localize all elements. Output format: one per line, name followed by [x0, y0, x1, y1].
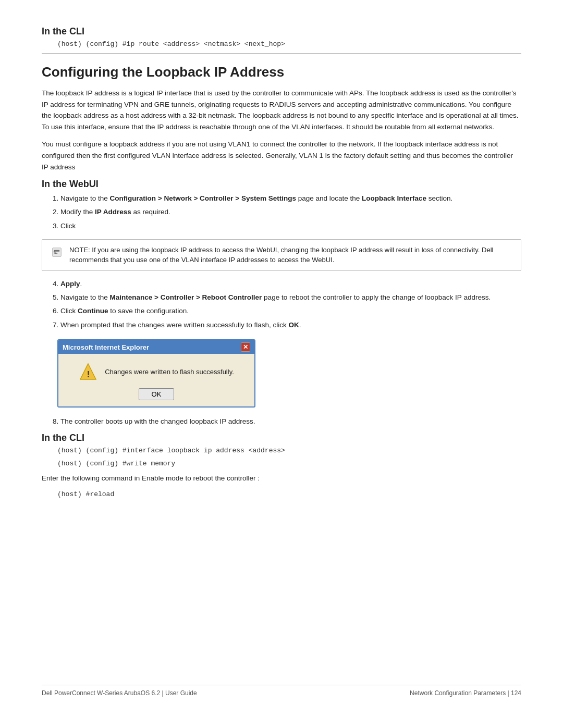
divider-1 — [42, 53, 521, 54]
footer-right: Network Configuration Parameters | 124 — [410, 689, 521, 697]
webui-step-8-list: The controller boots up with the changed… — [52, 416, 521, 427]
webui-step-6: Click Continue to save the configuration… — [60, 305, 521, 317]
step6-before: Click — [60, 307, 78, 315]
footer-left: Dell PowerConnect W-Series ArubaOS 6.2 |… — [42, 689, 197, 697]
svg-text:!: ! — [87, 369, 90, 379]
dialog-body: ! Changes were written to flash successf… — [58, 354, 254, 406]
intro-paragraph-2: You must configure a loopback address if… — [42, 139, 521, 172]
cli-reload-code: (host) #reload — [57, 490, 521, 498]
step1-bold-path: Configuration > Network > Controller > S… — [110, 194, 296, 202]
note-icon: ✎ — [50, 245, 64, 260]
step8-text: The controller boots up with the changed… — [60, 417, 255, 425]
dialog-ok-button[interactable]: OK — [139, 388, 175, 400]
step4-after: . — [80, 280, 82, 288]
step7-bold: OK — [288, 321, 299, 329]
webui-step-5: Navigate to the Maintenance > Controller… — [60, 292, 521, 303]
dialog-title: Microsoft Internet Explorer — [63, 343, 149, 351]
cli-code-2b: (host) (config) #write memory — [57, 460, 521, 467]
step4-bold: Apply — [60, 280, 80, 288]
webui-step-2: Modify the IP Address as required. — [60, 206, 521, 218]
dialog-close-button[interactable]: ✕ — [241, 342, 250, 352]
note-text: NOTE: If you are using the loopback IP a… — [69, 245, 513, 265]
webui-step-3: Click — [60, 220, 521, 232]
dialog-screenshot: Microsoft Internet Explorer ✕ ! Changes … — [57, 339, 255, 408]
cli-code-1: (host) (config) #ip route <address> <net… — [57, 40, 521, 48]
webui-heading: In the WebUI — [42, 179, 521, 190]
cli-code-2a: (host) (config) #interface loopback ip a… — [57, 447, 521, 454]
note-box: ✎ NOTE: If you are using the loopback IP… — [42, 239, 521, 271]
step2-bold: IP Address — [95, 208, 131, 216]
cli-heading-1: In the CLI — [42, 26, 521, 37]
step1-text-before: Navigate to the — [60, 194, 110, 202]
step6-bold: Continue — [78, 307, 108, 315]
step5-before: Navigate to the — [60, 293, 110, 301]
webui-step-8: The controller boots up with the changed… — [60, 416, 521, 427]
step1-text-middle: page and locate the — [296, 194, 362, 202]
webui-steps-continued: Apply. Navigate to the Maintenance > Con… — [52, 278, 521, 331]
webui-step-1: Navigate to the Configuration > Network … — [60, 193, 521, 204]
cli-heading-2: In the CLI — [42, 433, 521, 443]
webui-step-7: When prompted that the changes were writ… — [60, 319, 521, 331]
dialog-message: Changes were written to flash successful… — [105, 368, 234, 376]
step7-before: When prompted that the changes were writ… — [60, 321, 288, 329]
step5-bold: Maintenance > Controller > Reboot Contro… — [110, 293, 262, 301]
enable-mode-text: Enter the following command in Enable mo… — [42, 473, 521, 484]
dialog-content-row: ! Changes were written to flash successf… — [79, 362, 234, 381]
step6-after: to save the configuration. — [108, 307, 189, 315]
step1-bold-end: Loopback Interface — [362, 194, 426, 202]
step1-text-after: section. — [426, 194, 452, 202]
webui-steps-list: Navigate to the Configuration > Network … — [52, 193, 521, 232]
page: In the CLI (host) (config) #ip route <ad… — [0, 0, 563, 728]
svg-text:✎: ✎ — [53, 250, 57, 255]
page-footer: Dell PowerConnect W-Series ArubaOS 6.2 |… — [42, 685, 521, 697]
dialog-titlebar: Microsoft Internet Explorer ✕ — [58, 340, 254, 354]
webui-step-4: Apply. — [60, 278, 521, 290]
step3-text: Click — [60, 222, 76, 230]
main-heading: Configuring the Loopback IP Address — [42, 64, 521, 80]
step2-text-before: Modify the — [60, 208, 95, 216]
step5-after: page to reboot the controller to apply t… — [262, 293, 491, 301]
pencil-icon: ✎ — [51, 246, 63, 258]
step7-after: . — [299, 321, 301, 329]
intro-paragraph-1: The loopback IP address is a logical IP … — [42, 88, 521, 132]
content: In the CLI (host) (config) #ip route <ad… — [42, 21, 521, 669]
warning-icon: ! — [79, 362, 97, 381]
step2-text-after: as required. — [131, 208, 170, 216]
